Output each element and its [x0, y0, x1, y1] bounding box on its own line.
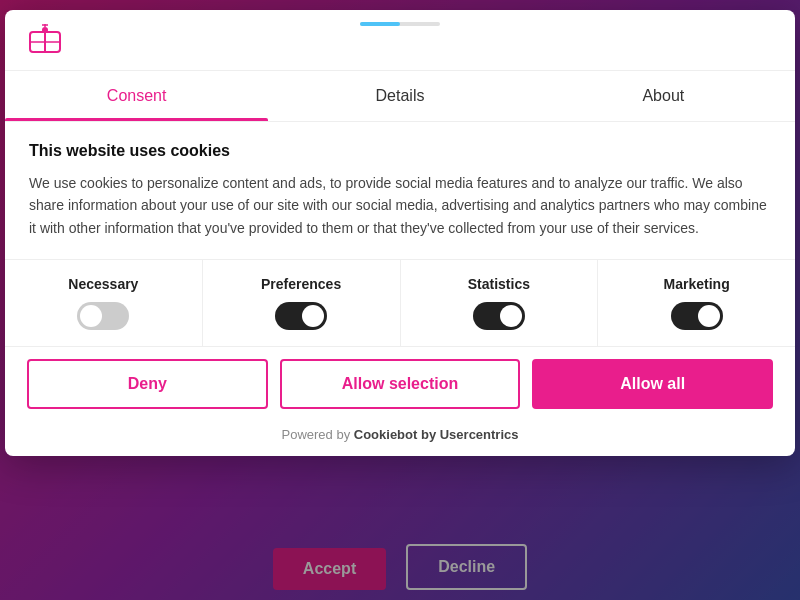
banner-content: This website uses cookies We use cookies…	[5, 122, 795, 255]
progress-bar	[360, 22, 440, 26]
toggle-marketing[interactable]	[671, 302, 723, 330]
toggle-preferences[interactable]	[275, 302, 327, 330]
toggle-statistics[interactable]	[473, 302, 525, 330]
toggle-marketing-knob	[698, 305, 720, 327]
logo-icon	[25, 22, 65, 62]
progress-bar-fill	[360, 22, 400, 26]
toggle-necessary-knob	[80, 305, 102, 327]
svg-point-3	[42, 27, 48, 33]
allow-selection-button[interactable]: Allow selection	[280, 359, 521, 409]
banner-header	[5, 10, 795, 71]
deny-button[interactable]: Deny	[27, 359, 268, 409]
toggle-item-necessary: Necessary	[5, 260, 203, 346]
brand-text: Cookiebot by Usercentrics	[354, 427, 519, 442]
toggle-statistics-knob	[500, 305, 522, 327]
buttons-row: Deny Allow selection Allow all	[5, 347, 795, 421]
allow-all-button[interactable]: Allow all	[532, 359, 773, 409]
powered-by-text: Powered by	[282, 427, 351, 442]
logo-area	[25, 22, 65, 62]
toggle-item-statistics: Statistics	[401, 260, 599, 346]
toggles-section: Necessary Preferences Statistics Marketi…	[5, 259, 795, 347]
tab-about[interactable]: About	[532, 71, 795, 121]
toggle-item-marketing: Marketing	[598, 260, 795, 346]
toggle-label-necessary: Necessary	[68, 276, 138, 292]
toggle-label-marketing: Marketing	[664, 276, 730, 292]
toggle-label-preferences: Preferences	[261, 276, 341, 292]
content-title: This website uses cookies	[29, 142, 771, 160]
content-body: We use cookies to personalize content an…	[29, 172, 771, 239]
tab-consent[interactable]: Consent	[5, 71, 268, 121]
toggle-item-preferences: Preferences	[203, 260, 401, 346]
tabs-container: Consent Details About	[5, 71, 795, 122]
banner-footer: Powered by Cookiebot by Usercentrics	[5, 421, 795, 456]
toggle-preferences-knob	[302, 305, 324, 327]
toggle-necessary[interactable]	[77, 302, 129, 330]
cookie-banner: Consent Details About This website uses …	[5, 10, 795, 456]
toggle-label-statistics: Statistics	[468, 276, 530, 292]
tab-details[interactable]: Details	[268, 71, 531, 121]
